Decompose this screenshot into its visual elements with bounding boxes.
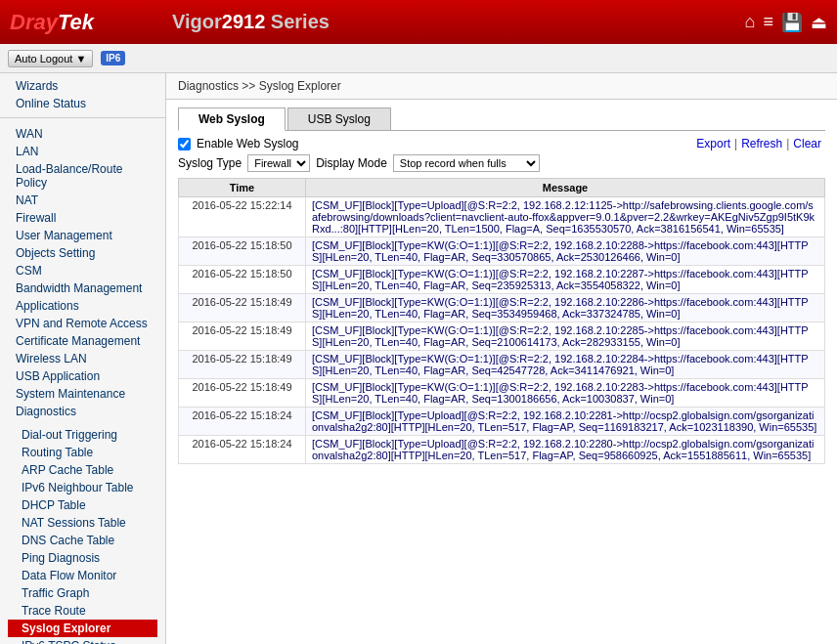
controls-row-1: Enable Web Syslog Export | Refresh | Cle…	[178, 137, 825, 150]
sidebar-item-ipv6-neighbour[interactable]: IPv6 Neighbour Table	[8, 479, 157, 496]
model-name: Vigor2912 Series	[172, 11, 330, 33]
breadcrumb: Diagnostics >> Syslog Explorer	[166, 73, 837, 100]
col-message: Message	[306, 179, 825, 197]
top-bar: Auto Logout ▼ IP6	[0, 44, 837, 73]
header-icons: ⌂ ≡ 💾 ⏏	[745, 12, 827, 33]
sidebar-main-section: WAN LAN Load-Balance/Route Policy NAT Fi…	[0, 121, 165, 422]
sidebar-item-applications[interactable]: Applications	[8, 297, 157, 315]
logo-dray: Dray	[10, 10, 58, 34]
logo-tek: Tek	[58, 10, 94, 34]
ipv6-badge: IP6	[101, 51, 125, 65]
table-row: 2016-05-22 15:18:49[CSM_UF][Block][Type=…	[179, 351, 825, 379]
cell-time: 2016-05-22 15:18:24	[179, 436, 306, 464]
sidebar-item-objects-setting[interactable]: Objects Setting	[8, 244, 157, 262]
sidebar-divider-1	[0, 117, 165, 118]
refresh-link[interactable]: Refresh	[737, 137, 786, 150]
sidebar-item-load-balance[interactable]: Load-Balance/Route Policy	[8, 160, 157, 192]
home-icon[interactable]: ⌂	[745, 12, 756, 33]
sidebar-item-ping[interactable]: Ping Diagnosis	[8, 549, 157, 567]
cell-message: [CSM_UF][Block][Type=KW(G:O=1:1)][@S:R=2…	[306, 351, 825, 379]
sidebar-item-nat-sessions[interactable]: NAT Sessions Table	[8, 514, 157, 532]
content-area: Web Syslog USB Syslog Enable Web Syslog …	[166, 100, 837, 644]
sidebar-item-usb[interactable]: USB Application	[8, 367, 157, 385]
col-time: Time	[179, 179, 306, 197]
sidebar-item-dns-cache[interactable]: DNS Cache Table	[8, 532, 157, 549]
sidebar-item-wan[interactable]: WAN	[8, 125, 157, 143]
cell-time: 2016-05-22 15:18:49	[179, 322, 306, 351]
table-row: 2016-05-22 15:18:49[CSM_UF][Block][Type=…	[179, 322, 825, 351]
sidebar-item-system-maintenance[interactable]: System Maintenance	[8, 385, 157, 403]
display-mode-select[interactable]: Stop record when fulls	[393, 154, 540, 172]
table-row: 2016-05-22 15:22:14[CSM_UF][Block][Type=…	[179, 197, 825, 237]
menu-icon[interactable]: ≡	[763, 12, 773, 33]
tab-usb-syslog[interactable]: USB Syslog	[287, 107, 391, 130]
main-content: Diagnostics >> Syslog Explorer Web Syslo…	[166, 73, 837, 644]
sidebar-item-routing-table[interactable]: Routing Table	[8, 444, 157, 461]
sidebar-item-trace-route[interactable]: Trace Route	[8, 602, 157, 620]
cell-time: 2016-05-22 15:18:49	[179, 294, 306, 322]
export-link[interactable]: Export	[692, 137, 734, 150]
cell-message: [CSM_UF][Block][Type=KW(G:O=1:1)][@S:R=2…	[306, 294, 825, 322]
sidebar: Wizards Online Status WAN LAN Load-Balan…	[0, 73, 166, 644]
layout: Wizards Online Status WAN LAN Load-Balan…	[0, 73, 837, 644]
sidebar-item-dial-out[interactable]: Dial-out Triggering	[8, 426, 157, 444]
cell-time: 2016-05-22 15:22:14	[179, 197, 306, 237]
syslog-type-select[interactable]: Firewall	[247, 154, 310, 172]
table-row: 2016-05-22 15:18:24[CSM_UF][Block][Type=…	[179, 408, 825, 436]
sidebar-item-csm[interactable]: CSM	[8, 262, 157, 279]
sidebar-item-lan[interactable]: LAN	[8, 143, 157, 160]
syslog-table: Time Message 2016-05-22 15:22:14[CSM_UF]…	[178, 178, 825, 464]
tab-web-syslog[interactable]: Web Syslog	[178, 107, 286, 131]
sidebar-item-data-flow[interactable]: Data Flow Monitor	[8, 567, 157, 584]
enable-label: Enable Web Syslog	[197, 137, 299, 150]
save-icon[interactable]: 💾	[781, 12, 803, 33]
auto-logout-button[interactable]: Auto Logout ▼	[8, 50, 93, 67]
sidebar-item-online-status[interactable]: Online Status	[8, 95, 157, 112]
table-row: 2016-05-22 15:18:24[CSM_UF][Block][Type=…	[179, 436, 825, 464]
syslog-type-label: Syslog Type	[178, 156, 242, 170]
logo: DrayTek	[10, 10, 94, 35]
table-row: 2016-05-22 15:18:50[CSM_UF][Block][Type=…	[179, 266, 825, 294]
sidebar-item-vpn[interactable]: VPN and Remote Access	[8, 315, 157, 332]
sidebar-diag-section: Dial-out Triggering Routing Table ARP Ca…	[0, 422, 165, 644]
cell-message: [CSM_UF][Block][Type=KW(G:O=1:1)][@S:R=2…	[306, 237, 825, 266]
sidebar-item-traffic-graph[interactable]: Traffic Graph	[8, 584, 157, 602]
table-wrapper: Time Message 2016-05-22 15:22:14[CSM_UF]…	[178, 178, 825, 636]
sidebar-item-bandwidth[interactable]: Bandwidth Management	[8, 279, 157, 297]
sidebar-item-user-management[interactable]: User Management	[8, 227, 157, 244]
tab-bar: Web Syslog USB Syslog	[178, 107, 825, 131]
sidebar-item-syslog-explorer[interactable]: Syslog Explorer	[8, 620, 157, 637]
cell-time: 2016-05-22 15:18:50	[179, 237, 306, 266]
cell-time: 2016-05-22 15:18:24	[179, 408, 306, 436]
cell-message: [CSM_UF][Block][Type=KW(G:O=1:1)][@S:R=2…	[306, 379, 825, 408]
sidebar-item-arp-cache[interactable]: ARP Cache Table	[8, 461, 157, 479]
table-row: 2016-05-22 15:18:50[CSM_UF][Block][Type=…	[179, 237, 825, 266]
model-number: 2912	[222, 11, 266, 32]
sidebar-item-nat[interactable]: NAT	[8, 192, 157, 209]
sidebar-item-wireless[interactable]: Wireless LAN	[8, 350, 157, 367]
table-header-row: Time Message	[179, 179, 825, 197]
cell-time: 2016-05-22 15:18:49	[179, 379, 306, 408]
export-links: Export | Refresh | Clear	[692, 137, 825, 150]
sidebar-item-ipv6-tspc[interactable]: IPv6 TSPC Status	[8, 637, 157, 644]
cell-time: 2016-05-22 15:18:49	[179, 351, 306, 379]
sidebar-top-section: Wizards Online Status	[0, 73, 165, 114]
sidebar-item-certificate[interactable]: Certificate Management	[8, 332, 157, 350]
cell-time: 2016-05-22 15:18:50	[179, 266, 306, 294]
sidebar-item-diagnostics[interactable]: Diagnostics	[8, 403, 157, 420]
logout-icon[interactable]: ⏏	[811, 12, 827, 33]
header: DrayTek Vigor2912 Series ⌂ ≡ 💾 ⏏	[0, 0, 837, 44]
table-row: 2016-05-22 15:18:49[CSM_UF][Block][Type=…	[179, 379, 825, 408]
sidebar-item-firewall[interactable]: Firewall	[8, 209, 157, 227]
display-mode-label: Display Mode	[316, 156, 387, 170]
cell-message: [CSM_UF][Block][Type=Upload][@S:R=2:2, 1…	[306, 408, 825, 436]
cell-message: [CSM_UF][Block][Type=Upload][@S:R=2:2, 1…	[306, 197, 825, 237]
table-row: 2016-05-22 15:18:49[CSM_UF][Block][Type=…	[179, 294, 825, 322]
clear-link[interactable]: Clear	[789, 137, 825, 150]
sidebar-item-wizards[interactable]: Wizards	[8, 77, 157, 95]
model-series: Series	[265, 11, 330, 32]
model-vigor: Vigor	[172, 11, 222, 32]
filter-row: Syslog Type Firewall Display Mode Stop r…	[178, 154, 825, 172]
enable-checkbox[interactable]	[178, 138, 191, 150]
sidebar-item-dhcp[interactable]: DHCP Table	[8, 496, 157, 514]
